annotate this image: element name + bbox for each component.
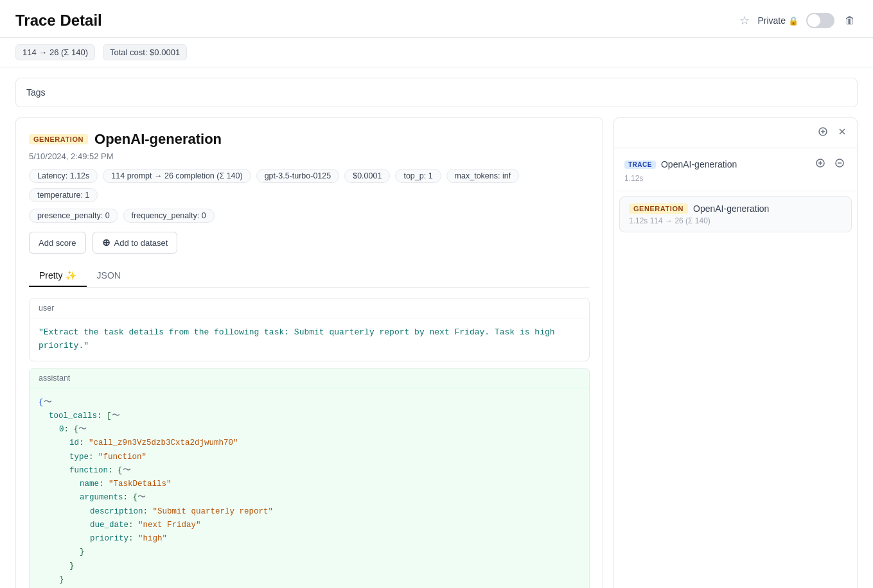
tags-section: Tags (15, 78, 858, 107)
trace-time: 1.12s (624, 174, 847, 183)
code-line-11: priority: "high" (39, 532, 580, 546)
page-header: Trace Detail ☆ Private 🔒 🗑 (0, 0, 873, 38)
max-tokens-chip: max_tokens: inf (446, 169, 520, 183)
add-score-button[interactable]: Add score (29, 232, 86, 254)
code-line-2: tool_calls: [〜 (39, 410, 580, 423)
code-line-13: } (39, 560, 580, 573)
assistant-label: assistant (30, 368, 589, 388)
generation-date: 5/10/2024, 2:49:52 PM (29, 151, 590, 161)
plus-circle-icon: ⊕ (102, 237, 110, 248)
token-info-badge: 114 → 26 (Σ 140) (15, 44, 95, 60)
generation-sub-name: OpenAI-generation (693, 203, 769, 214)
page-title: Trace Detail (15, 12, 102, 30)
tokens-chip: 114 prompt → 26 completion (Σ 140) (103, 169, 251, 183)
code-line-12: } (39, 546, 580, 559)
code-line-3: 0: {〜 (39, 423, 580, 437)
code-line-10: due_date: "next Friday" (39, 519, 580, 532)
private-toggle[interactable] (806, 13, 834, 28)
temperature-chip: temperature: 1 (29, 188, 98, 202)
code-line-4: id: "call_z9n3Vz5dzb3Cxta2djwumh70" (39, 437, 580, 450)
generation-tags-row: Latency: 1.12s 114 prompt → 26 completio… (29, 169, 590, 202)
code-line-9: description: "Submit quarterly report" (39, 505, 580, 519)
main-content: GENERATION OpenAI-generation 5/10/2024, … (15, 117, 858, 588)
code-line-14: } (39, 573, 580, 587)
presence-penalty-chip: presence_penalty: 0 (29, 209, 118, 223)
meta-bar: 114 → 26 (Σ 140) Total cost: $0.0001 (0, 38, 873, 67)
add-to-dataset-button[interactable]: ⊕ Add to dataset (93, 232, 178, 254)
trace-badge-row: TRACE OpenAI-generation (624, 156, 847, 173)
trace-plus-button[interactable] (813, 156, 827, 173)
top-p-chip: top_p: 1 (395, 169, 441, 183)
assistant-code-block: assistant {〜 tool_calls: [〜 0: {〜 id: "c… (29, 368, 590, 588)
generation-tags-row2: presence_penalty: 0 frequency_penalty: 0 (29, 209, 590, 223)
model-chip: gpt-3.5-turbo-0125 (256, 169, 340, 183)
trace-name: OpenAI-generation (661, 159, 737, 169)
assistant-code: {〜 tool_calls: [〜 0: {〜 id: "call_z9n3Vz… (30, 388, 589, 588)
generation-sub-header: GENERATION OpenAI-generation (629, 203, 842, 214)
generation-badge: GENERATION (29, 134, 88, 144)
generation-sub-item[interactable]: GENERATION OpenAI-generation 1.12s 114 →… (619, 196, 852, 232)
tabs-row: Pretty ✨ JSON (29, 265, 590, 288)
delete-button[interactable]: 🗑 (842, 12, 858, 29)
generation-header: GENERATION OpenAI-generation (29, 131, 590, 148)
trace-minus-button[interactable] (833, 156, 847, 173)
generation-sub-badge: GENERATION (629, 203, 688, 214)
private-label: Private 🔒 (757, 15, 798, 26)
latency-chip: Latency: 1.12s (29, 169, 98, 183)
generation-sub-meta: 1.12s 114 → 26 (Σ 140) (629, 216, 842, 225)
lock-icon: 🔒 (788, 16, 798, 26)
user-content-box: user "Extract the task details from the … (29, 298, 590, 361)
code-line-8: arguments: {〜 (39, 491, 580, 505)
left-panel: GENERATION OpenAI-generation 5/10/2024, … (15, 117, 603, 588)
cost-chip: $0.0001 (344, 169, 390, 183)
right-panel: TRACE OpenAI-generation 1.12s (613, 117, 858, 588)
header-right: ☆ Private 🔒 🗑 (739, 12, 858, 29)
user-text: "Extract the task details from the follo… (30, 318, 589, 361)
star-icon[interactable]: ☆ (739, 13, 750, 28)
total-cost-badge: Total cost: $0.0001 (103, 44, 187, 60)
code-line-1: {〜 (39, 396, 580, 410)
code-line-7: name: "TaskDetails" (39, 478, 580, 491)
trace-item: TRACE OpenAI-generation 1.12s (614, 148, 857, 191)
tags-label: Tags (26, 87, 46, 98)
code-line-6: function: {〜 (39, 464, 580, 478)
frequency-penalty-chip: frequency_penalty: 0 (123, 209, 215, 223)
action-row: Add score ⊕ Add to dataset (29, 232, 590, 254)
code-line-5: type: "function" (39, 451, 580, 464)
close-icon-button[interactable] (835, 125, 849, 141)
generation-title: OpenAI-generation (94, 131, 222, 148)
tab-pretty[interactable]: Pretty ✨ (29, 265, 87, 287)
right-panel-header (614, 118, 857, 148)
tab-json[interactable]: JSON (87, 265, 131, 287)
expand-icon-button[interactable] (816, 125, 830, 141)
trace-badge: TRACE (624, 160, 656, 169)
user-label: user (30, 298, 589, 318)
